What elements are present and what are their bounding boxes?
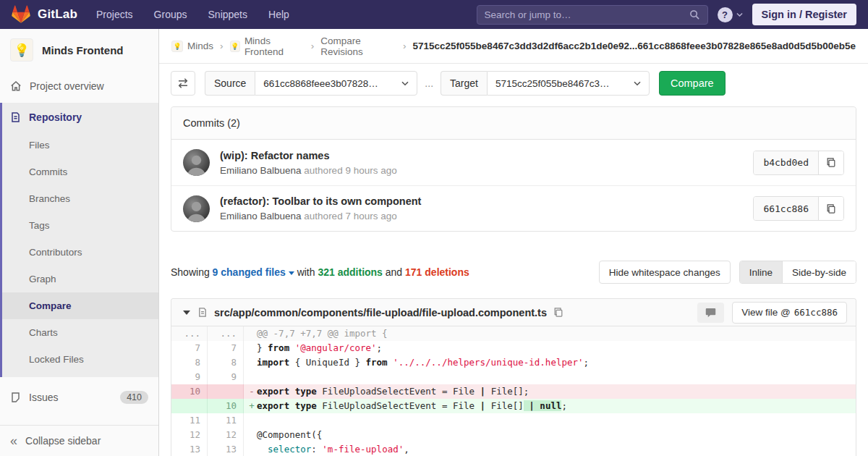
collapse-diff-icon[interactable] [183, 311, 190, 315]
diff-line-number-new[interactable]: 13 [208, 442, 244, 456]
side-by-side-view-tab[interactable]: Side-by-side [783, 261, 856, 283]
target-label: Target [441, 71, 487, 96]
breadcrumb-link-minds[interactable]: 💡Minds [171, 41, 213, 52]
code-token: from [366, 357, 388, 368]
swap-revisions-button[interactable] [171, 71, 195, 96]
diff-line-code [244, 370, 856, 384]
project-avatar: 💡 [10, 38, 33, 62]
commit-author-link[interactable]: Emiliano Balbuena [220, 165, 302, 176]
sidebar-item-compare[interactable]: Compare [2, 292, 158, 319]
swap-arrows-icon [177, 77, 189, 89]
diff-line-number-new[interactable]: ... [208, 326, 244, 341]
commit-author-avatar[interactable] [183, 149, 210, 176]
code-token [289, 386, 295, 397]
breadcrumb-link-minds-frontend[interactable]: 💡Minds Frontend [230, 35, 305, 57]
breadcrumb-separator: › [220, 41, 224, 51]
search-icon[interactable] [689, 9, 700, 20]
sign-in-register-button[interactable]: Sign in / Register [752, 4, 856, 25]
diff-line-marker [247, 326, 257, 341]
view-file-button[interactable]: View file @ 661cc886 [732, 302, 847, 324]
diff-line-number-old[interactable]: ... [171, 326, 208, 341]
diff-line-number-old[interactable]: 10 [171, 384, 208, 399]
commit-authored-time: authored 7 hours ago [304, 211, 396, 221]
hide-whitespace-button[interactable]: Hide whitespace changes [599, 261, 731, 284]
code-token [289, 342, 295, 353]
commit-title-link[interactable]: (wip): Refactor names [220, 150, 397, 161]
code-token: ; [561, 400, 567, 411]
diff-line-number-old[interactable]: 12 [171, 428, 208, 442]
diff-line-number-new[interactable] [208, 384, 244, 399]
gitlab-logo[interactable]: GitLab [12, 5, 77, 24]
diff-line-number-old[interactable]: 9 [171, 370, 208, 384]
commit-author-avatar[interactable] [183, 195, 210, 222]
nav-link-groups[interactable]: Groups [154, 9, 187, 20]
code-token: '../../../helpers/unique-id.helper' [393, 357, 583, 368]
nav-links: ProjectsGroupsSnippetsHelp [96, 9, 289, 20]
sidebar-item-charts[interactable]: Charts [2, 319, 158, 346]
code-token: selector [268, 444, 311, 455]
source-label: Source [205, 71, 255, 96]
diff-line-marker [247, 442, 257, 456]
nav-link-snippets[interactable]: Snippets [208, 9, 247, 20]
help-icon[interactable]: ? [718, 7, 733, 22]
target-ref-dropdown[interactable]: 5715cc25f055be8467c3… [487, 71, 650, 96]
code-token: : [311, 444, 322, 455]
code-token: 'm-file-upload' [322, 444, 404, 455]
sidebar-item-branches[interactable]: Branches [2, 185, 158, 212]
sidebar-item-repository[interactable]: Repository [2, 103, 158, 132]
toggle-comments-button[interactable] [697, 303, 724, 323]
commit-author-link[interactable]: Emiliano Balbuena [220, 211, 302, 221]
diff-line-number-new[interactable]: 11 [208, 413, 244, 428]
collapse-sidebar-button[interactable]: « Collapse sidebar [0, 425, 158, 456]
nav-link-help[interactable]: Help [268, 9, 289, 20]
breadcrumb-label: Minds [187, 41, 213, 51]
breadcrumb-link-compare-revisions[interactable]: Compare Revisions [320, 35, 396, 57]
diff-summary: Showing 9 changed files with 321 additio… [171, 261, 856, 284]
tanuki-icon [12, 5, 30, 24]
diff-line-number-new[interactable]: 8 [208, 355, 244, 370]
inline-view-tab[interactable]: Inline [740, 261, 783, 283]
search-box[interactable] [477, 5, 708, 25]
commit-title-link[interactable]: (refactor): Toolbar to its own component [220, 195, 421, 207]
diff-line-number-old[interactable]: 13 [171, 442, 208, 456]
sidebar-item-commits[interactable]: Commits [2, 159, 158, 185]
view-mode-toggle: Inline Side-by-side [739, 261, 856, 284]
diff-line-number-new[interactable]: 9 [208, 370, 244, 384]
nav-link-projects[interactable]: Projects [96, 9, 133, 20]
source-ref-dropdown[interactable]: 661cc8868feee3b07828… [255, 71, 417, 96]
sidebar-item-locked-files[interactable]: Locked Files [2, 346, 158, 373]
code-token: export [257, 386, 289, 397]
code-token: { UniqueId } [289, 357, 365, 368]
diff-line-number-old[interactable] [171, 399, 208, 413]
copy-path-icon[interactable] [553, 307, 563, 318]
search-input[interactable] [485, 9, 689, 20]
sidebar-item-graph[interactable]: Graph [2, 266, 158, 292]
diff-line-number-new[interactable]: 7 [208, 341, 244, 355]
diff-line-number-old[interactable]: 11 [171, 413, 208, 428]
project-header[interactable]: 💡 Minds Frontend [0, 29, 158, 72]
compare-button[interactable]: Compare [659, 71, 726, 96]
sidebar-item-issues[interactable]: Issues 410 [0, 384, 158, 410]
diff-line-number-old[interactable]: 8 [171, 355, 208, 370]
code-token: type [295, 400, 317, 411]
sidebar-item-files[interactable]: Files [2, 132, 158, 159]
diff-line-number-new[interactable]: 12 [208, 428, 244, 442]
diff-line-number-new[interactable]: 10 [208, 399, 244, 413]
help-menu[interactable]: ? [718, 7, 743, 22]
sidebar-item-project-overview[interactable]: Project overview [0, 72, 158, 99]
diff-line-code: -export type FileUploadSelectEvent = Fil… [244, 384, 856, 399]
copy-sha-button[interactable] [819, 197, 843, 220]
commit-sha[interactable]: b4cbd0ed [754, 151, 819, 174]
deletions-count: 171 deletions [405, 266, 469, 278]
breadcrumb-label: Compare Revisions [320, 35, 396, 57]
sidebar-item-tags[interactable]: Tags [2, 212, 158, 239]
chevron-down-icon [736, 12, 743, 17]
code-token: ; [377, 342, 383, 353]
diff-file-path[interactable]: src/app/common/components/file-upload/fi… [214, 307, 547, 318]
sidebar-item-contributors[interactable]: Contributors [2, 239, 158, 266]
diff-line-number-old[interactable]: 7 [171, 341, 208, 355]
changed-files-dropdown[interactable]: 9 changed files [213, 266, 294, 278]
file-icon [197, 307, 208, 318]
copy-sha-button[interactable] [819, 151, 843, 174]
commit-sha[interactable]: 661cc886 [754, 197, 819, 220]
